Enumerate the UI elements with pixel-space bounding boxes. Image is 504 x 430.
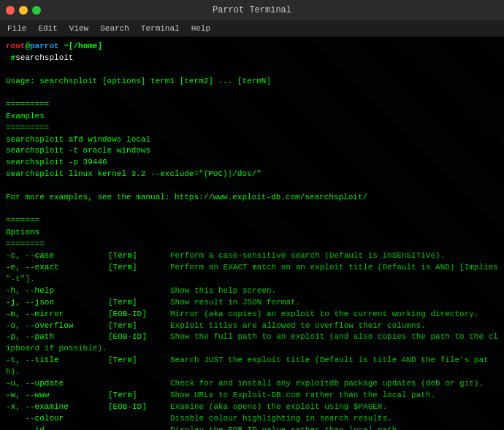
divider2: ========= <box>6 123 498 134</box>
example-3: searchsploit -p 39446 <box>6 157 498 169</box>
opt-h: -h, --helpShow this help screen. <box>6 285 498 297</box>
opt-id: --idDisplay the EOB-ID value rather than… <box>6 425 498 430</box>
examples-label: Examples <box>6 111 498 123</box>
prompt-line-2: #searchsploit <box>6 53 498 64</box>
opt-o: -o, --overflow[Term]Exploit titles are a… <box>6 320 498 332</box>
manual-text: For more examples, see the manual: https… <box>6 192 498 204</box>
window-buttons <box>0 6 41 15</box>
terminal-window[interactable]: root@parrot ~[/home] #searchsploit Usage… <box>0 37 504 430</box>
menu-terminal[interactable]: Terminal <box>137 23 184 34</box>
spacer1 <box>6 88 498 99</box>
opt-t: -t, --title[Term]Search JUST the exploit… <box>6 355 498 378</box>
menu-search[interactable]: Search <box>96 23 134 34</box>
window-title: Parrot Terminal <box>213 5 291 15</box>
usage-text: Usage: searchsploit [options] term1 [ter… <box>6 76 498 88</box>
usage-line <box>6 64 498 76</box>
prompt-line-1: root@parrot ~[/home] <box>6 41 498 53</box>
minimize-button[interactable] <box>19 6 28 15</box>
example-1: searchsploit afd windows local <box>6 134 498 146</box>
spacer2 <box>6 180 498 192</box>
menu-help[interactable]: Help <box>187 23 215 34</box>
maximize-button[interactable] <box>32 6 41 15</box>
spacer3 <box>6 204 498 215</box>
opt-c: -c, --case[Term]Perform a case-sensitive… <box>6 250 498 262</box>
opt-u: -u, --updateCheck for and install any ex… <box>6 378 498 390</box>
terminal-content: root@parrot ~[/home] #searchsploit Usage… <box>6 41 498 430</box>
menu-bar: File Edit View Search Terminal Help <box>0 20 504 37</box>
opt-m: -m, --mirror[EOB-ID]Mirror (aka copies) … <box>6 309 498 320</box>
opt-x: -x, --examine[EOB-ID]Examine (aka opens)… <box>6 402 498 413</box>
menu-edit[interactable]: Edit <box>34 23 61 34</box>
close-button[interactable] <box>6 6 15 15</box>
example-2: searchsploit -t oracle windows <box>6 145 498 157</box>
options-label: Options <box>6 227 498 239</box>
opt-colour: --colourDisable colour highlighting in s… <box>6 413 498 425</box>
divider4: ======== <box>6 239 498 250</box>
divider3: ======= <box>6 215 498 227</box>
menu-file[interactable]: File <box>3 23 31 34</box>
prompt-root: root <box>6 42 25 50</box>
titlebar: Parrot Terminal <box>0 0 504 20</box>
opt-p: -p, --path[EOB-ID]Show the full path to … <box>6 331 498 355</box>
divider1: ========= <box>6 99 498 111</box>
opt-e: -e, --exact[Term]Perform an EXACT match … <box>6 262 498 285</box>
menu-view[interactable]: View <box>65 23 93 34</box>
opt-w: -w, --www[Term]Show URLs to Exploit-DB.c… <box>6 390 498 402</box>
example-4: searchsploit linux kernel 3.2 --exclude=… <box>6 169 498 180</box>
opt-j: -j, --json[Term]Show result in JSON form… <box>6 297 498 309</box>
